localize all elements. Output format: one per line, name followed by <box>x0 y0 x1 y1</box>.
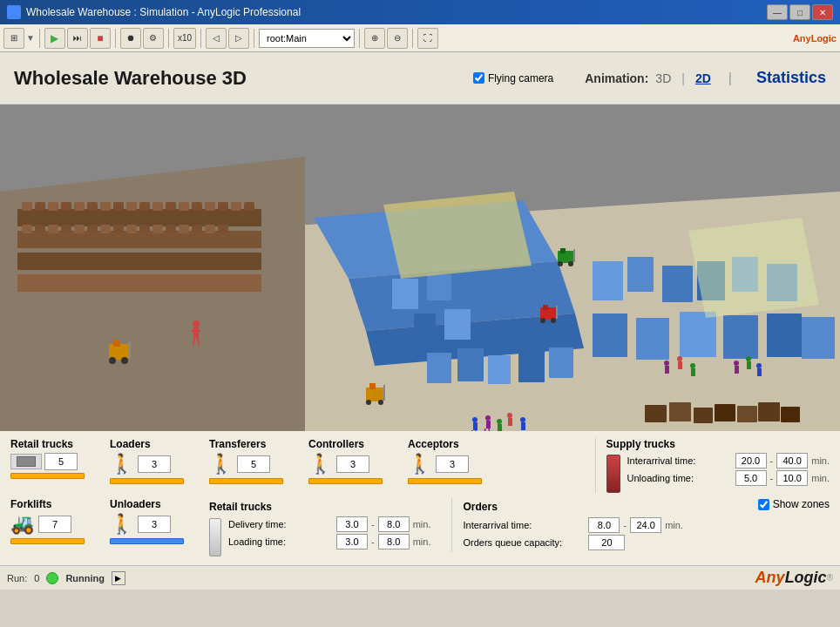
unloaders-slider[interactable] <box>110 538 184 544</box>
show-zones-label[interactable]: Show zones <box>758 498 830 510</box>
toolbar-separator-1 <box>39 29 40 48</box>
settings-button[interactable]: ⚙ <box>143 28 164 49</box>
camera-label[interactable]: Flying camera <box>473 72 553 84</box>
supply-interarrival-min[interactable] <box>735 453 767 469</box>
camera-checkbox[interactable] <box>473 72 484 84</box>
zoom-in-button[interactable]: ⊕ <box>364 28 385 49</box>
retail-truck-2-icon <box>209 518 221 556</box>
forklifts-input[interactable] <box>38 516 71 533</box>
delivery-time-label: Delivery time: <box>228 519 333 529</box>
stop-icon: ■ <box>97 32 103 44</box>
transferers-slider[interactable] <box>209 478 283 484</box>
run-play-button[interactable]: ▶ <box>112 571 125 585</box>
delivery-min[interactable] <box>336 516 368 532</box>
speed-label: x10 <box>178 33 192 43</box>
zoom-out-button[interactable]: ⊖ <box>387 28 408 49</box>
step-button[interactable]: ⏭ <box>67 28 88 49</box>
acceptors-slider[interactable] <box>408 478 482 484</box>
supply-unloading-min[interactable] <box>735 470 767 486</box>
supply-unloading-max[interactable] <box>776 470 808 486</box>
show-zones-area: Show zones <box>758 498 830 510</box>
2d-button[interactable]: 2D <box>695 71 711 85</box>
svg-rect-120 <box>560 248 566 253</box>
show-zones-checkbox[interactable] <box>758 499 769 510</box>
model-path-select[interactable]: root:Main <box>259 29 355 48</box>
forklifts-slider[interactable] <box>10 538 85 544</box>
orders-queue-input[interactable] <box>588 535 625 550</box>
supply-interarrival-max[interactable] <box>776 453 808 469</box>
svg-rect-9 <box>48 202 58 211</box>
svg-rect-110 <box>715 404 735 421</box>
unloaders-controls: 🚶 <box>110 513 171 536</box>
svg-rect-23 <box>231 202 241 211</box>
supply-unloading-row: Unloading time: - min. <box>627 470 830 486</box>
svg-rect-50 <box>627 257 654 292</box>
toolbar-separator-6 <box>359 29 360 48</box>
svg-marker-2 <box>0 157 305 431</box>
statistics-button[interactable]: Statistics <box>756 69 826 87</box>
layout-icon: ⊞ <box>10 33 17 43</box>
transferers-input[interactable] <box>237 455 270 473</box>
transferers-panel: Transferers 🚶 <box>209 438 288 484</box>
svg-rect-118 <box>556 306 558 319</box>
anylogic-brand-top: AnyLogic <box>793 33 837 44</box>
supply-interarrival-label: Interarrival time: <box>627 455 732 466</box>
3d-button[interactable]: 3D <box>655 71 671 85</box>
retail-trucks-slider[interactable] <box>10 473 85 479</box>
loading-min[interactable] <box>336 534 368 549</box>
panels-row-1: Retail trucks Loaders 🚶 Transfer <box>10 438 830 493</box>
speed-button[interactable]: x10 <box>173 28 196 49</box>
svg-rect-37 <box>179 225 189 233</box>
supply-interarrival-row: Interarrival time: - min. <box>627 453 830 469</box>
stop-button[interactable]: ■ <box>90 28 111 49</box>
bottom-bar: Run: 0 Running ▶ AnyLogic® <box>0 565 840 590</box>
controllers-slider[interactable] <box>308 478 383 484</box>
run-status: Running <box>65 573 105 583</box>
delivery-max[interactable] <box>378 516 410 532</box>
anylogic-brand-2: Logic <box>785 569 827 587</box>
orders-interarrival-max[interactable] <box>630 517 661 533</box>
supply-interarrival-unit: min. <box>811 455 830 466</box>
svg-rect-22 <box>218 202 228 211</box>
next-run-button[interactable]: ▷ <box>228 28 249 49</box>
svg-rect-39 <box>205 225 215 233</box>
retail-trucks-input[interactable] <box>44 453 78 470</box>
3d-scene <box>0 104 840 431</box>
toolbar-separator-2 <box>115 29 116 48</box>
fullscreen-button[interactable]: ⛶ <box>417 28 438 49</box>
svg-rect-18 <box>166 202 176 211</box>
maximize-button[interactable]: □ <box>789 4 810 20</box>
svg-rect-123 <box>573 249 575 262</box>
retail-trucks-track <box>10 454 42 469</box>
prev-run-button[interactable]: ◁ <box>206 28 227 49</box>
orders-interarrival-min[interactable] <box>588 517 620 533</box>
loaders-input[interactable] <box>138 455 171 473</box>
svg-rect-60 <box>802 317 835 359</box>
loaders-controls: 🚶 <box>110 453 171 475</box>
svg-rect-15 <box>126 202 137 211</box>
layout-button[interactable]: ⊞ <box>3 28 24 49</box>
controllers-input[interactable] <box>336 455 369 473</box>
prev-icon: ◁ <box>213 33 220 43</box>
controller-icon: 🚶 <box>308 453 332 475</box>
orders-queue-row: Orders queue capacity: <box>463 535 682 550</box>
minimize-button[interactable]: — <box>767 4 788 20</box>
retail-trucks-label: Retail trucks <box>10 438 73 450</box>
loaders-slider[interactable] <box>110 478 184 484</box>
unloaders-input[interactable] <box>138 516 171 533</box>
loader-icon: 🚶 <box>110 453 133 475</box>
acceptors-input[interactable] <box>436 455 469 473</box>
layout-dropdown-icon[interactable]: ▼ <box>26 33 35 43</box>
supply-unloading-unit: min. <box>811 473 830 483</box>
zoom-in-icon: ⊕ <box>371 33 378 43</box>
play-button[interactable]: ▶ <box>44 28 65 49</box>
svg-rect-19 <box>179 202 189 211</box>
orders-interarrival-unit: min. <box>665 520 683 530</box>
record-button[interactable]: ⏺ <box>120 28 141 49</box>
svg-rect-26 <box>35 225 45 233</box>
close-button[interactable]: ✕ <box>812 4 833 20</box>
svg-point-99 <box>520 417 525 422</box>
loading-max[interactable] <box>378 534 410 549</box>
anylogic-brand: Any <box>755 569 785 587</box>
3d-viewport[interactable] <box>0 104 840 431</box>
